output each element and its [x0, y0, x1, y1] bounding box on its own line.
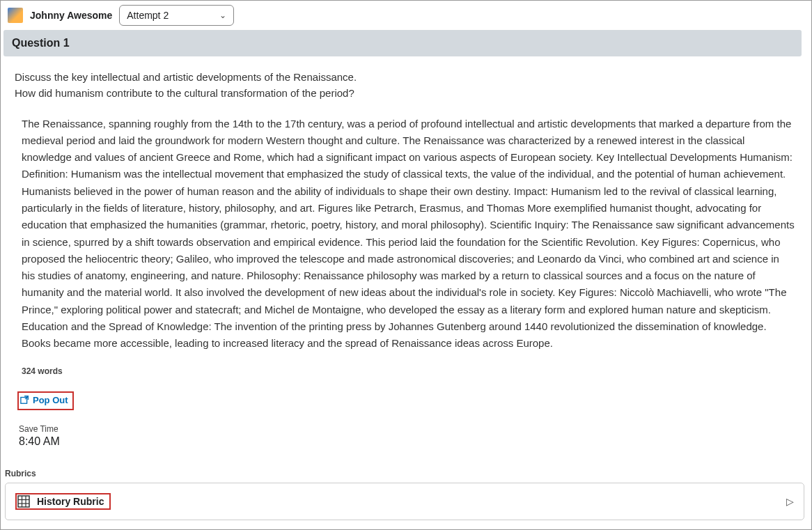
- svg-rect-1: [18, 496, 29, 507]
- word-count: 324 words: [15, 366, 795, 376]
- popout-icon: [20, 395, 30, 405]
- rubric-left: History Rubric: [15, 493, 111, 510]
- content-scroll[interactable]: Question 1 Discuss the key intellectual …: [1, 30, 811, 530]
- app-frame: Johnny Awesome Attempt 2 ⌄ Question 1 Di…: [0, 0, 812, 530]
- chevron-right-icon: ▷: [786, 496, 794, 507]
- attempt-dropdown[interactable]: Attempt 2 ⌄: [119, 5, 234, 26]
- prompt-line-2: How did humanism contribute to the cultu…: [15, 85, 795, 101]
- grid-icon: [17, 495, 30, 508]
- student-answer: The Renaissance, spanning roughly from t…: [15, 116, 795, 352]
- question-banner: Question 1: [3, 30, 802, 56]
- attempt-selected-label: Attempt 2: [127, 10, 169, 21]
- rubric-name: History Rubric: [37, 496, 104, 507]
- avatar: [8, 8, 23, 23]
- popout-button[interactable]: Pop Out: [20, 395, 68, 405]
- prompt-line-1: Discuss the key intellectual and artisti…: [15, 69, 795, 85]
- popout-highlight: Pop Out: [17, 391, 74, 411]
- rubric-row[interactable]: History Rubric ▷: [5, 483, 804, 520]
- header-bar: Johnny Awesome Attempt 2 ⌄: [1, 1, 811, 30]
- rubric-name-highlight: History Rubric: [15, 493, 111, 510]
- question-body: Discuss the key intellectual and artisti…: [1, 56, 809, 469]
- save-time-value: 8:40 AM: [15, 435, 795, 448]
- chevron-down-icon: ⌄: [219, 10, 226, 20]
- rubrics-section: Rubrics History Rubric ▷: [1, 469, 809, 520]
- popout-label: Pop Out: [33, 395, 68, 405]
- save-time-label: Save Time: [15, 424, 795, 434]
- question-prompt: Discuss the key intellectual and artisti…: [15, 69, 795, 102]
- student-name: Johnny Awesome: [30, 10, 112, 21]
- rubrics-title: Rubrics: [5, 469, 804, 478]
